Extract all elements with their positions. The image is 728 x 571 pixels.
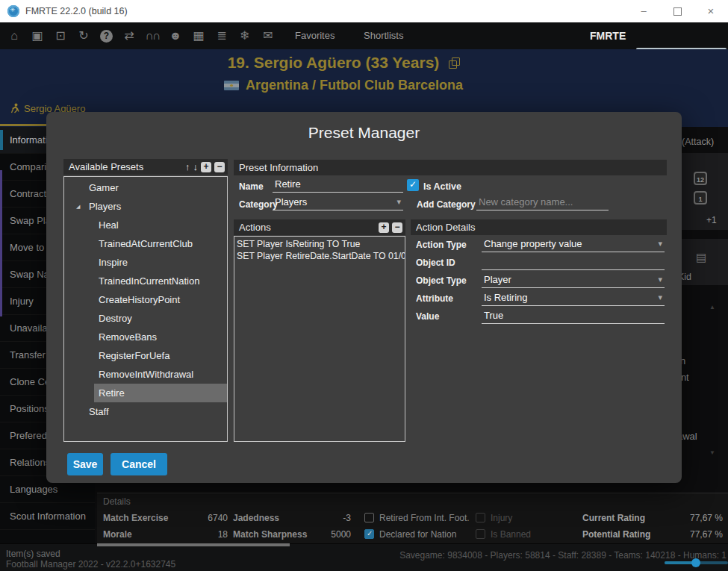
field-value: Change property value xyxy=(482,236,665,252)
expander-icon[interactable]: ◢ xyxy=(76,197,80,216)
injury-checkbox[interactable] xyxy=(476,513,485,522)
remove-action-button[interactable]: − xyxy=(392,222,402,233)
freeze-icon[interactable]: ❄ xyxy=(237,22,253,49)
stat-value: 5000 xyxy=(310,529,351,540)
people-icon[interactable]: ☻ xyxy=(167,22,184,49)
fmrte-window: FMRTE 22.2.0 (build 16) – × ⌂▣⊡↻?⇄∩∩☻▦≣❄… xyxy=(0,0,728,571)
argentina-flag-icon xyxy=(224,81,239,90)
preset-item-label: RemoveBans xyxy=(64,328,227,346)
preset-item-label: Retire xyxy=(94,384,227,402)
checkbox-label: Injury xyxy=(491,513,512,523)
plus-one-label: +1 xyxy=(706,215,717,225)
preset-item-label: Heal xyxy=(64,216,227,234)
calendar-icon[interactable]: ▦ xyxy=(190,22,207,49)
attack-label: (Attack) xyxy=(682,137,714,147)
save-button[interactable]: Save xyxy=(67,453,103,475)
field-input-action-type[interactable]: Change property value▾ xyxy=(482,236,665,252)
stat-label: Jadedness xyxy=(233,513,279,523)
preset-item-staff[interactable]: Staff xyxy=(64,402,227,421)
field-value: Player xyxy=(482,272,665,287)
savegame-info: Savegame: 9834008 - Players: 58814 - Sta… xyxy=(399,550,727,561)
preset-item-gamer[interactable]: Gamer xyxy=(64,178,227,197)
remove-preset-button[interactable]: − xyxy=(214,162,225,172)
is-banned-checkbox[interactable] xyxy=(476,529,485,539)
name-field[interactable] xyxy=(273,176,403,193)
checkbox-label: Retired From Int. Foot. xyxy=(379,513,470,523)
maximize-button[interactable] xyxy=(665,0,690,22)
preset-item-registerforuefa[interactable]: RegisterForUefa xyxy=(64,346,227,365)
preset-item-label: Gamer xyxy=(64,178,227,197)
stat-label: Match Exercise xyxy=(103,513,168,523)
name-label: Name xyxy=(239,181,264,192)
details-panel: Details Match Exercise 6740 Jadedness -3… xyxy=(97,493,728,543)
shirt-number-badge[interactable]: 12 xyxy=(694,172,707,185)
add-preset-button[interactable]: + xyxy=(201,162,211,172)
scout-icon[interactable]: ∩∩ xyxy=(144,22,161,49)
chevron-down-icon: ▾ xyxy=(396,197,401,207)
is-active-checkbox[interactable] xyxy=(407,179,419,191)
preset-item-heal[interactable]: Heal xyxy=(64,216,227,234)
horizontal-scrollbar[interactable] xyxy=(97,543,290,546)
field-input-object-id[interactable] xyxy=(482,254,665,270)
stat-value: 6740 xyxy=(187,513,228,523)
copy-icon[interactable] xyxy=(449,57,459,68)
action-details-header: Action Details xyxy=(411,219,667,235)
add-category-field[interactable] xyxy=(476,194,609,210)
mail-icon[interactable]: ✉ xyxy=(260,22,276,49)
preset-item-removeintwithdrawal[interactable]: RemoveIntWithdrawal xyxy=(64,365,227,384)
transfer-icon[interactable]: ⇄ xyxy=(121,22,137,49)
zoom-slider-handle[interactable] xyxy=(691,558,700,567)
chevron-down-icon: ▾ xyxy=(658,239,662,249)
preset-manager-dialog: Preset Manager Available Presets ↑ ↓ + −… xyxy=(46,112,682,483)
field-label: Value xyxy=(416,311,439,322)
refresh-icon[interactable]: ↻ xyxy=(75,22,92,49)
category-dropdown[interactable]: Players ▾ xyxy=(273,194,403,210)
status-version: Football Manager 2022 - v22.2.0+1632745 xyxy=(6,559,175,570)
field-label: Action Type xyxy=(416,240,467,250)
help-icon[interactable]: ? xyxy=(100,30,113,43)
screen-icon[interactable]: ⊡ xyxy=(52,22,69,49)
field-input-object-type[interactable]: Player▾ xyxy=(482,272,665,288)
alt-number-badge[interactable]: 1 xyxy=(694,191,707,205)
field-value: True xyxy=(482,308,665,323)
preset-item-players[interactable]: ◢Players xyxy=(64,197,227,216)
move-down-button[interactable]: ↓ xyxy=(193,162,199,172)
dialog-title: Preset Manager xyxy=(46,124,682,142)
preset-item-retire[interactable]: Retire xyxy=(94,384,227,402)
retired-from-int-foot-checkbox[interactable] xyxy=(364,513,374,522)
favorites-link[interactable]: Favorites xyxy=(295,22,335,49)
sidebar-scrollbar[interactable] xyxy=(0,170,2,316)
name-input[interactable] xyxy=(273,176,403,192)
move-up-button[interactable]: ↑ xyxy=(185,162,190,172)
sidebar-item-scout-information[interactable]: Scout Information xyxy=(0,503,95,530)
preset-item-label: Players xyxy=(64,197,227,216)
toolbar-icons: ⌂▣⊡↻?⇄∩∩☻▦≣❄✉ xyxy=(6,22,276,49)
declared-for-nation-checkbox[interactable] xyxy=(364,529,374,539)
minimize-button[interactable]: – xyxy=(631,0,656,22)
document-icon[interactable]: ▤ xyxy=(696,251,706,264)
field-row-object-type: Object TypePlayer▾ xyxy=(46,272,682,288)
preset-item-removebans[interactable]: RemoveBans xyxy=(64,328,227,346)
save-icon[interactable]: ▣ xyxy=(29,22,46,49)
notes-icon[interactable]: ≣ xyxy=(214,22,230,49)
add-action-button[interactable]: + xyxy=(379,222,389,233)
maximize-icon xyxy=(673,7,682,16)
close-button[interactable]: × xyxy=(698,0,724,22)
brand-label: FMRTE xyxy=(590,22,626,49)
field-value: Is Retiring xyxy=(482,290,665,305)
cancel-button[interactable]: Cancel xyxy=(111,453,167,475)
shortlists-link[interactable]: Shortlists xyxy=(364,22,403,49)
add-category-input[interactable] xyxy=(476,194,609,210)
field-input-value[interactable]: True xyxy=(482,308,665,324)
sidebar-item-label: Contract xyxy=(10,188,46,199)
stat-label: Match Sharpness xyxy=(233,529,307,540)
sidebar-item-label: Scout Information xyxy=(10,511,86,522)
sidebar-item-label: Injury xyxy=(10,296,34,307)
home-icon[interactable]: ⌂ xyxy=(6,22,22,49)
scroll-down-icon[interactable]: ▼ xyxy=(709,449,715,456)
field-input-attribute[interactable]: Is Retiring▾ xyxy=(482,290,665,306)
actions-header: Actions + − xyxy=(234,219,405,235)
scroll-up-icon[interactable]: ▲ xyxy=(709,304,715,311)
field-row-action-type: Action TypeChange property value▾ xyxy=(46,236,682,252)
available-presets-title: Available Presets xyxy=(69,161,143,172)
